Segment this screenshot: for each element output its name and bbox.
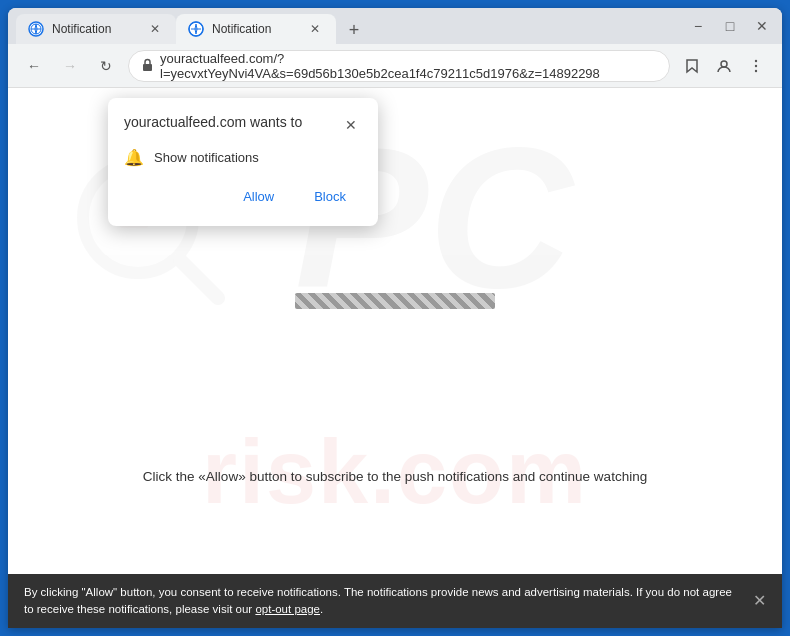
new-tab-button[interactable]: + — [340, 16, 368, 44]
tab-2-title: Notification — [212, 22, 298, 36]
url-bar[interactable]: youractualfeed.com/?l=yecvxtYeyNvi4VA&s=… — [128, 50, 670, 82]
back-button[interactable]: ← — [20, 52, 48, 80]
browser-window: Notification ✕ Notification ✕ — [8, 8, 782, 628]
popup-header: youractualfeed.com wants to ✕ — [124, 114, 362, 136]
tab-1[interactable]: Notification ✕ — [16, 14, 176, 44]
bottom-bar-text-after: . — [320, 603, 323, 615]
popup-close-button[interactable]: ✕ — [340, 114, 362, 136]
popup-notification-row: 🔔 Show notifications — [124, 148, 362, 167]
svg-rect-3 — [143, 64, 152, 71]
bottom-bar-close-button[interactable]: ✕ — [748, 590, 770, 612]
bottom-notification-bar: By clicking "Allow" button, you consent … — [8, 574, 782, 629]
tab-1-close[interactable]: ✕ — [146, 20, 164, 38]
svg-point-4 — [721, 61, 727, 67]
url-text: youractualfeed.com/?l=yecvxtYeyNvi4VA&s=… — [160, 51, 657, 81]
svg-point-5 — [755, 59, 757, 61]
tab-1-favicon — [28, 21, 44, 37]
block-button[interactable]: Block — [298, 183, 362, 210]
allow-button[interactable]: Allow — [227, 183, 290, 210]
bell-icon: 🔔 — [124, 148, 144, 167]
opt-out-link[interactable]: opt-out page — [255, 603, 320, 615]
tab-2[interactable]: Notification ✕ — [176, 14, 336, 44]
notification-label: Show notifications — [154, 150, 259, 165]
tab-2-favicon — [188, 21, 204, 37]
content-area: PC risk.com Click the «Allow» button to … — [8, 88, 782, 574]
bookmark-button[interactable] — [678, 52, 706, 80]
menu-button[interactable] — [742, 52, 770, 80]
svg-point-7 — [755, 69, 757, 71]
loading-bar-inner — [295, 293, 495, 309]
forward-button[interactable]: → — [56, 52, 84, 80]
svg-point-6 — [755, 64, 757, 66]
popup-title: youractualfeed.com wants to — [124, 114, 302, 130]
bottom-bar-text-before: By clicking "Allow" button, you consent … — [24, 586, 732, 615]
notification-popup: youractualfeed.com wants to ✕ 🔔 Show not… — [108, 98, 378, 226]
address-actions — [678, 52, 770, 80]
window-controls: − □ ✕ — [686, 14, 774, 38]
account-button[interactable] — [710, 52, 738, 80]
refresh-button[interactable]: ↻ — [92, 52, 120, 80]
popup-actions: Allow Block — [124, 183, 362, 210]
loading-bar — [295, 293, 495, 309]
svg-line-9 — [180, 260, 218, 298]
minimize-button[interactable]: − — [686, 14, 710, 38]
tab-2-close[interactable]: ✕ — [306, 20, 324, 38]
tab-1-title: Notification — [52, 22, 138, 36]
close-button[interactable]: ✕ — [750, 14, 774, 38]
tabs-area: Notification ✕ Notification ✕ — [16, 8, 682, 44]
title-bar: Notification ✕ Notification ✕ — [8, 8, 782, 44]
lock-icon — [141, 58, 154, 74]
page-main-text: Click the «Allow» button to subscribe to… — [143, 469, 647, 484]
address-bar: ← → ↻ youractualfeed.com/?l=yecvxtYeyNvi… — [8, 44, 782, 88]
maximize-button[interactable]: □ — [718, 14, 742, 38]
